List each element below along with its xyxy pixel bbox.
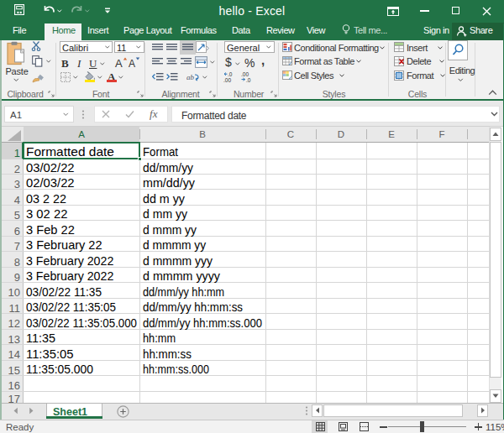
svg-text:.0: .0 [246, 77, 251, 83]
svg-text:.00: .00 [223, 77, 231, 83]
svg-text:ab: ab [186, 73, 195, 81]
